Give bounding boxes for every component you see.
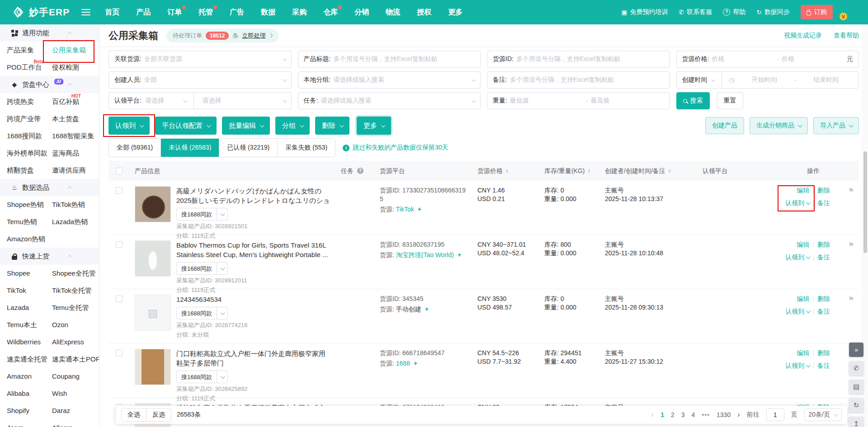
- action-button-创建产品[interactable]: 创建产品: [705, 117, 744, 134]
- sidebar-item-Shopify[interactable]: Shopify: [7, 407, 29, 414]
- sidebar-item-Lazada热销[interactable]: Lazada热销: [52, 218, 88, 226]
- next-page-button[interactable]: ›: [737, 411, 740, 419]
- sort-icon[interactable]: ▲▼: [587, 169, 590, 173]
- reset-button[interactable]: 重置: [717, 92, 743, 109]
- nav-help[interactable]: ?帮助: [723, 8, 745, 16]
- sidebar-item-Temu全托管[interactable]: Temu全托管: [52, 304, 89, 312]
- delete-link[interactable]: 删除: [817, 186, 830, 195]
- tab-采集失败[interactable]: 采集失败 (553): [277, 139, 335, 157]
- sidebar-item-1688智能采集[interactable]: 1688智能采集: [52, 132, 94, 141]
- sidebar-item-Amazon[interactable]: Amazon: [7, 372, 32, 380]
- datetime-type-select[interactable]: 创建时间: [677, 76, 719, 84]
- scrollbar-thumb[interactable]: [863, 151, 867, 253]
- sidebar-section-快速上货[interactable]: 快速上货: [0, 248, 99, 265]
- note-link[interactable]: 备注: [817, 307, 830, 316]
- nav-item-分销[interactable]: 分销: [354, 8, 369, 17]
- filter-range-重量[interactable]: 重量:最低值-最高值: [487, 92, 670, 109]
- source-value[interactable]: 1688: [396, 360, 410, 367]
- add-source-icon[interactable]: +: [425, 305, 429, 313]
- filter-datetime[interactable]: 创建时间◷开始时间-结束时间: [676, 71, 859, 89]
- sidebar-item-精翻货盘[interactable]: 精翻货盘: [7, 166, 34, 175]
- sidebar-section-通用功能[interactable]: 通用功能: [0, 24, 99, 42]
- sidebar-section-货盘中心[interactable]: ◆货盘中心AI: [0, 76, 99, 93]
- goto-page-input[interactable]: [766, 408, 784, 421]
- row-checkbox[interactable]: [116, 187, 123, 194]
- app-logo[interactable]: 妙手ERP: [11, 6, 70, 19]
- flag-icon[interactable]: ⚑: [848, 241, 854, 249]
- invert-selection-button[interactable]: 反选: [146, 408, 171, 421]
- row-checkbox[interactable]: [116, 296, 123, 302]
- add-source-icon[interactable]: +: [414, 360, 417, 367]
- select-all-button[interactable]: 全选: [122, 408, 146, 421]
- flag-icon[interactable]: ⚑: [848, 295, 854, 303]
- edit-link[interactable]: 编辑: [797, 349, 809, 357]
- product-image-cabinet[interactable]: [135, 349, 171, 385]
- sidebar-item-Joom[interactable]: Joom: [7, 424, 24, 427]
- sidebar-item-Amazon热销[interactable]: Amazon热销: [7, 235, 45, 244]
- hamburger-menu-icon[interactable]: [81, 9, 90, 15]
- nav-item-仓库[interactable]: 仓库: [323, 8, 338, 17]
- sidebar-item-TikTok热销[interactable]: TikTok热销: [52, 201, 85, 209]
- sidebar-item-产品采集[interactable]: 产品采集: [7, 46, 34, 55]
- action-button-分组[interactable]: 分组: [275, 117, 310, 135]
- sidebar-item-Wish[interactable]: Wish: [52, 389, 67, 397]
- source-value[interactable]: 淘宝跨境(Tao World): [396, 251, 454, 258]
- sidebar-item-邀请供应商[interactable]: 邀请供应商: [52, 166, 86, 175]
- row-checkbox[interactable]: [116, 241, 123, 248]
- claim-to-link[interactable]: 认领到: [785, 307, 809, 316]
- search-button[interactable]: 搜索: [676, 92, 710, 109]
- sidebar-section-数据选品[interactable]: ♨数据选品: [0, 179, 99, 196]
- sidebar-item-百亿补贴[interactable]: 百亿补贴HOT: [52, 98, 79, 106]
- flag-icon[interactable]: ⚑: [848, 187, 854, 194]
- search-1688-button[interactable]: 搜1688同款: [176, 371, 228, 383]
- sidebar-item-本土货盘[interactable]: 本土货盘: [52, 115, 79, 123]
- sidebar-item-AliExpress[interactable]: AliExpress: [52, 338, 84, 346]
- sidebar-item-Shopee[interactable]: Shopee: [7, 269, 30, 277]
- claim-platform-select-1[interactable]: 认领平台:请选择: [109, 97, 191, 105]
- action-button-更多[interactable]: 更多: [357, 117, 391, 135]
- sidebar-item-跨境热卖[interactable]: 跨境热卖: [7, 98, 34, 106]
- delete-link[interactable]: 删除: [817, 295, 830, 303]
- add-source-icon[interactable]: +: [458, 251, 461, 258]
- nav-item-授权[interactable]: 授权: [417, 8, 431, 17]
- nav-item-更多[interactable]: 更多: [448, 8, 462, 17]
- action-button-批量编辑[interactable]: 批量编辑: [222, 117, 270, 135]
- note-link[interactable]: 备注: [817, 199, 830, 207]
- action-button-删除[interactable]: 删除: [315, 117, 349, 135]
- action-button-生成分销商品[interactable]: 生成分销商品: [750, 117, 808, 134]
- mobile-icon[interactable]: ✆: [849, 361, 863, 375]
- avatar[interactable]: V: [844, 5, 858, 19]
- claim-to-link[interactable]: 认领到: [785, 253, 809, 262]
- sidebar-item-Temu热销[interactable]: Temu热销: [7, 218, 37, 226]
- chevron-down-icon[interactable]: [217, 307, 227, 319]
- filter-input-产品标题[interactable]: 产品标题:多个用逗号分隔，支持Excel复制粘贴: [298, 51, 481, 68]
- filter-select-关联货源[interactable]: 关联货源:全部关联货源: [108, 51, 292, 68]
- nav-item-数据[interactable]: 数据: [261, 8, 275, 17]
- action-button-导入产品[interactable]: 导入产品: [813, 117, 859, 134]
- sidebar-item-Allegro[interactable]: Allegro: [52, 424, 73, 427]
- source-value[interactable]: TikTok: [396, 206, 414, 213]
- nav-item-订单[interactable]: 订单: [167, 8, 182, 17]
- action-button-认领到[interactable]: 认领到: [108, 117, 150, 135]
- sidebar-item-Shopee热销[interactable]: Shopee热销: [7, 201, 44, 209]
- backtop-icon[interactable]: ↥: [849, 417, 863, 427]
- sidebar-item-Temu本土[interactable]: Temu本土: [7, 321, 37, 329]
- note-link[interactable]: 备注: [817, 361, 830, 370]
- subscribe-button[interactable]: 订购: [801, 5, 833, 19]
- filter-input-货源ID[interactable]: 货源ID:多个用逗号分隔，支持Excel复制粘贴: [487, 51, 670, 68]
- nav-item-采购[interactable]: 采购: [292, 8, 307, 17]
- filter-select-本地分组[interactable]: 本地分组:请选择或输入搜索: [298, 71, 481, 89]
- filter-select-创建人员[interactable]: 创建人员:全部: [108, 71, 292, 89]
- nav-item-物流[interactable]: 物流: [386, 8, 400, 17]
- add-source-icon[interactable]: +: [418, 206, 421, 213]
- sidebar-item-Wildberries[interactable]: Wildberries: [7, 338, 41, 346]
- tab-已认领[interactable]: 已认领 (32219): [219, 139, 277, 157]
- filter-range-货源价格[interactable]: 货源价格:价格-价格元: [676, 51, 859, 68]
- process-now-link[interactable]: 立即处理: [242, 32, 265, 40]
- sidebar-item-蓝海商品[interactable]: 蓝海商品: [52, 149, 79, 158]
- sidebar-item-侵权检测[interactable]: 侵权检测: [52, 63, 79, 72]
- nav-training[interactable]: ▣免费预约培训: [621, 8, 668, 16]
- product-image-handbag[interactable]: [135, 186, 171, 222]
- chevron-down-icon[interactable]: [217, 263, 227, 274]
- select-all-checkbox[interactable]: [116, 168, 123, 174]
